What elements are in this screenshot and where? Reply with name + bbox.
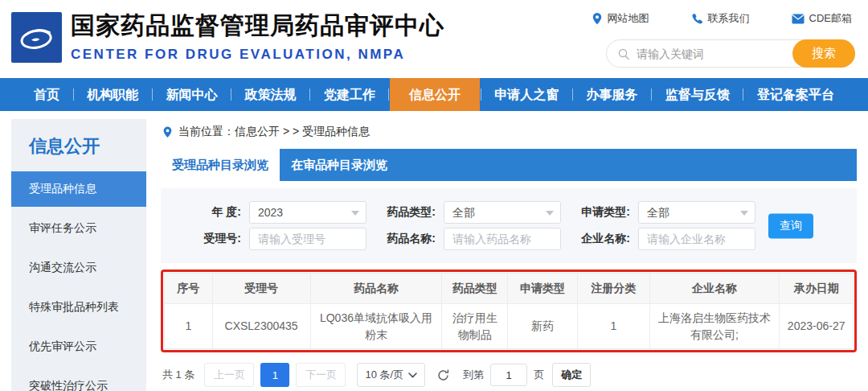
contact-label: 联系我们 <box>708 11 750 26</box>
accept-no-label: 受理号: <box>183 232 241 246</box>
nav-party-building[interactable]: 党建工作 <box>311 78 388 111</box>
sidebar-item-communication[interactable]: 沟通交流公示 <box>11 250 146 286</box>
cell-reg-class: 1 <box>578 304 649 349</box>
site-title: 国家药品监督管理局药品审评中心 <box>71 10 444 43</box>
sitemap-label: 网站地图 <box>608 11 649 26</box>
total-count: 共 1 条 <box>162 368 194 382</box>
drug-type-filter: 药品类型: 全部 <box>378 201 561 224</box>
cell-index: 1 <box>165 304 213 349</box>
drug-type-value: 全部 <box>452 206 475 219</box>
sidebar-item-accepted-variety-info[interactable]: 受理品种信息 <box>11 171 146 207</box>
page-size-select[interactable]: 10 条/页 <box>357 363 425 387</box>
sidebar-item-review-task[interactable]: 审评任务公示 <box>11 211 146 246</box>
top-links: 网站地图 联系我们 CDE邮箱 <box>592 11 852 26</box>
breadcrumb-text: 当前位置：信息公开 > > 受理品种信息 <box>178 125 370 139</box>
col-header-accept-no: 受理号 <box>212 274 310 304</box>
pagination-bar: 共 1 条 上一页 1 下一页 10 条/页 到第 <box>162 363 857 387</box>
next-page-button[interactable]: 下一页 <box>296 363 346 387</box>
col-header-index: 序号 <box>165 274 213 304</box>
chevron-down-icon <box>546 211 554 216</box>
company-name-filter: 企业名称: <box>572 228 755 250</box>
site-header: 国家药品监督管理局药品审评中心 CENTER FOR DRUG EVALUATI… <box>0 0 868 78</box>
page-size-value: 10 条/页 <box>365 368 403 382</box>
tab-under-review-catalog[interactable]: 在审品种目录浏览 <box>280 149 399 181</box>
chevron-down-icon <box>740 211 748 216</box>
apply-type-value: 全部 <box>647 206 669 219</box>
cell-drug-name: LQ036单域抗体吸入用粉末 <box>310 304 442 349</box>
drug-name-label: 药品名称: <box>378 232 436 246</box>
sidebar: 信息公开 受理品种信息 审评任务公示 沟通交流公示 特殊审批品种列表 优先审评公… <box>11 119 146 391</box>
query-button[interactable]: 查询 <box>768 213 813 238</box>
tab-accepted-catalog[interactable]: 受理品种目录浏览 <box>161 149 280 181</box>
filter-panel: 年 度: 2023 药品类型: 全部 申请类 <box>161 188 857 263</box>
body-wrap: 信息公开 受理品种信息 审评任务公示 沟通交流公示 特殊审批品种列表 优先审评公… <box>0 111 868 391</box>
accept-no-filter: 受理号: <box>183 228 366 250</box>
mailbox-link[interactable]: CDE邮箱 <box>792 11 852 26</box>
year-select[interactable]: 2023 <box>249 201 366 224</box>
location-pin-icon <box>162 126 173 138</box>
drug-type-select[interactable]: 全部 <box>444 201 561 224</box>
col-header-date: 承办日期 <box>780 274 854 304</box>
results-table-highlight: 序号 受理号 药品名称 药品类型 申请类型 注册分类 企业名称 承办日期 1 <box>161 270 857 352</box>
cell-drug-type: 治疗用生物制品 <box>442 304 507 349</box>
col-header-drug-name: 药品名称 <box>310 274 442 304</box>
main-content: 当前位置：信息公开 > > 受理品种信息 受理品种目录浏览 在审品种目录浏览 年… <box>161 119 857 391</box>
year-label: 年 度: <box>183 205 241 220</box>
cell-company: 上海洛启生物医药技术有限公司; <box>649 304 780 349</box>
main-nav: 首页 机构职能 新闻中心 政策法规 党建工作 信息公开 申请人之窗 办事服务 监… <box>0 78 868 111</box>
sidebar-item-breakthrough-therapy[interactable]: 突破性治疗公示 <box>11 368 146 391</box>
cde-page: 国家药品监督管理局药品审评中心 CENTER FOR DRUG EVALUATI… <box>0 0 868 391</box>
col-header-drug-type: 药品类型 <box>442 274 507 304</box>
phone-icon <box>691 13 703 25</box>
drug-type-label: 药品类型: <box>378 205 436 220</box>
contact-link[interactable]: 联系我们 <box>691 11 750 26</box>
refresh-icon[interactable] <box>436 368 450 382</box>
year-value: 2023 <box>258 206 283 219</box>
sidebar-item-special-approval[interactable]: 特殊审批品种列表 <box>11 290 146 325</box>
sidebar-item-priority-review[interactable]: 优先审评公示 <box>11 329 146 364</box>
nav-news[interactable]: 新闻中心 <box>153 78 230 111</box>
search-icon <box>617 47 630 60</box>
confirm-button[interactable]: 确定 <box>552 363 591 387</box>
chevron-down-icon <box>351 211 359 216</box>
accept-no-input[interactable] <box>249 228 366 250</box>
drug-name-input[interactable] <box>444 228 561 250</box>
search-input[interactable] <box>630 47 792 60</box>
apply-type-select[interactable]: 全部 <box>638 201 755 224</box>
sidebar-title: 信息公开 <box>11 119 146 171</box>
table-header-row: 序号 受理号 药品名称 药品类型 申请类型 注册分类 企业名称 承办日期 <box>165 274 854 304</box>
nav-home[interactable]: 首页 <box>21 78 72 111</box>
col-header-company: 企业名称 <box>649 274 780 304</box>
cell-date: 2023-06-27 <box>780 304 854 349</box>
mailbox-label: CDE邮箱 <box>809 11 852 26</box>
nav-info-disclosure[interactable]: 信息公开 <box>390 78 480 111</box>
sitemap-link[interactable]: 网站地图 <box>592 11 649 26</box>
prev-page-button[interactable]: 上一页 <box>204 363 254 387</box>
filter-row-2: 受理号: 药品名称: 企业名称: <box>183 228 857 250</box>
goto-suffix: 页 <box>534 368 544 382</box>
mail-icon <box>792 14 805 24</box>
page-1-button[interactable]: 1 <box>260 363 289 387</box>
drug-name-filter: 药品名称: <box>378 228 561 250</box>
col-header-apply-type: 申请类型 <box>507 274 577 304</box>
search-bar: 搜索 <box>606 39 855 68</box>
nav-policies[interactable]: 政策法规 <box>232 78 309 111</box>
nav-duties[interactable]: 机构职能 <box>74 78 151 111</box>
nav-registration-platform[interactable]: 登记备案平台 <box>744 78 847 111</box>
apply-type-filter: 申请类型: 全部 <box>572 201 755 224</box>
table-row: 1 CXSL2300435 LQ036单域抗体吸入用粉末 治疗用生物制品 新药 … <box>165 304 854 349</box>
col-header-reg-class: 注册分类 <box>578 274 649 304</box>
company-name-input[interactable] <box>638 228 755 250</box>
nav-services[interactable]: 办事服务 <box>574 78 651 111</box>
tab-bar: 受理品种目录浏览 在审品种目录浏览 <box>161 149 857 181</box>
apply-type-label: 申请类型: <box>572 205 630 220</box>
cde-logo <box>11 12 62 63</box>
cell-apply-type: 新药 <box>507 304 577 349</box>
search-button[interactable]: 搜索 <box>792 39 855 68</box>
nav-supervision-feedback[interactable]: 监督与反馈 <box>653 78 743 111</box>
goto-page-input[interactable] <box>490 364 527 386</box>
breadcrumb: 当前位置：信息公开 > > 受理品种信息 <box>161 119 857 149</box>
nav-applicant-window[interactable]: 申请人之窗 <box>481 78 571 111</box>
chevron-down-icon <box>408 372 417 378</box>
goto-label: 到第 <box>463 368 484 382</box>
